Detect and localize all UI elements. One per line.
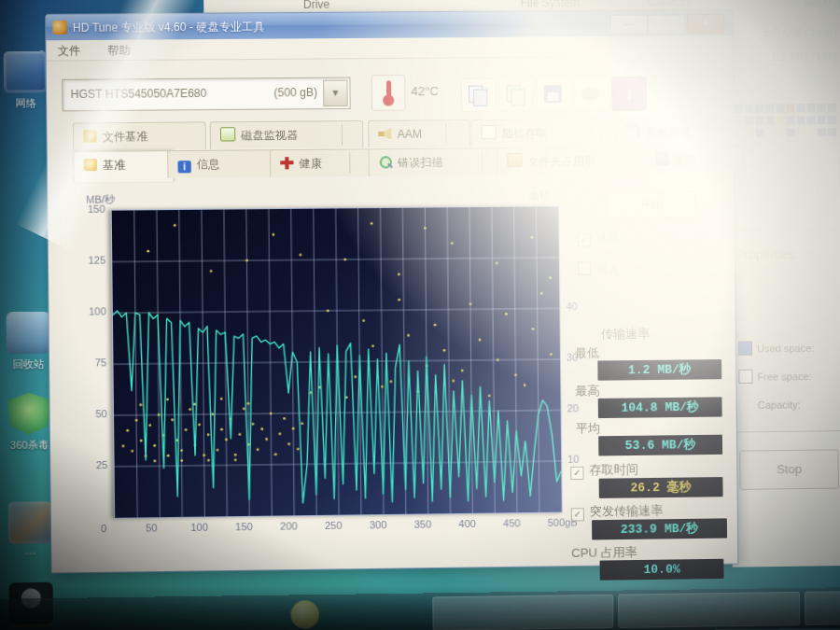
menu-file[interactable]: 文件	[46, 40, 91, 63]
recycle-bin-icon	[7, 312, 50, 354]
drive-capacity: (500 gB)	[273, 86, 317, 100]
tab-label: 磁盘监视器	[241, 129, 298, 143]
tab-separator	[592, 122, 593, 143]
tab-separator	[349, 153, 350, 174]
disk-block	[777, 128, 785, 136]
health-icon	[280, 157, 293, 169]
left-axis-tick: 75	[80, 357, 107, 369]
tab-separator	[342, 124, 343, 145]
left-axis-tick: 125	[79, 254, 106, 265]
tab-row-primary: 基准i信息健康错误扫描文件夹占用率删除	[48, 146, 734, 184]
tab-folder[interactable]: 文件夹占用率	[497, 147, 644, 175]
disk-block	[746, 129, 754, 137]
page-icon	[482, 125, 497, 139]
trash-icon	[655, 154, 668, 166]
min-value: 1.2 MB/秒	[597, 359, 721, 381]
tab-label: 信息	[197, 158, 220, 171]
left-axis-tick: 50	[80, 408, 107, 420]
disk-block	[818, 128, 826, 136]
x-axis-tick: 350	[414, 518, 453, 530]
tab-label: 文件基准	[103, 130, 148, 144]
save-button[interactable]	[537, 77, 572, 112]
tab-health[interactable]: 健康	[270, 148, 376, 176]
partition-row: 1.1 GB (1%)	[770, 49, 837, 63]
used-space-legend: Used space:	[738, 341, 815, 356]
free-space-swatch	[738, 370, 752, 384]
drive-select-dropdown[interactable]: HGST HTS545050A7E680 (500 gB) ▼	[62, 77, 351, 112]
download-icon: ↓	[612, 77, 646, 110]
tab-speaker[interactable]: AAM	[368, 119, 470, 147]
menu-help[interactable]: 帮助	[96, 40, 142, 63]
taskbar-button[interactable]	[432, 595, 613, 630]
download-button[interactable]: ↓	[611, 77, 647, 111]
copy-text-button[interactable]	[498, 77, 534, 112]
taskbar-button[interactable]	[805, 591, 840, 625]
tab-scan[interactable]: 错误扫描	[368, 147, 498, 176]
360-antivirus-icon	[7, 392, 50, 434]
disk-block	[786, 104, 794, 112]
disk-block	[745, 117, 753, 125]
disk-block	[756, 129, 764, 137]
screenshot-button[interactable]	[574, 77, 609, 111]
stop-button[interactable]: Stop	[739, 449, 839, 490]
tab-bulb[interactable]: 基准	[73, 150, 174, 182]
left-axis-tick: 25	[81, 459, 108, 471]
disk-block	[828, 116, 836, 124]
tab-extra[interactable]: 额外测试	[615, 118, 745, 146]
disk-block	[777, 116, 785, 124]
x-axis-tick: 200	[280, 520, 318, 532]
exit-button[interactable]	[680, 77, 716, 111]
column-used: Used	[805, 0, 831, 7]
benchmark-chart	[111, 205, 563, 519]
tab-label: 错误扫描	[398, 156, 443, 170]
tab-bulb[interactable]: 文件基准	[73, 121, 206, 150]
tab-page[interactable]: 随机存取	[470, 119, 601, 147]
read-option[interactable]: ✓读取	[578, 230, 620, 247]
taskbar-button[interactable]	[618, 592, 800, 628]
x-axis-tick: 100	[190, 521, 229, 533]
disk-block	[776, 104, 784, 112]
disk-block-map	[734, 100, 840, 137]
tab-label: 随机存取	[502, 126, 548, 140]
start-orb-icon[interactable]	[290, 600, 319, 629]
used-space-swatch	[738, 342, 752, 356]
min-label: 最低	[575, 344, 599, 361]
tab-separator	[629, 150, 630, 171]
copy-button[interactable]	[461, 77, 497, 112]
maximize-button[interactable]: □	[648, 14, 685, 34]
tab-chart[interactable]: 磁盘监视器	[210, 120, 364, 149]
x-axis-tick: 0	[101, 523, 139, 535]
access-time-checkbox-icon[interactable]: ✓	[570, 467, 583, 480]
avg-label: 平均	[576, 420, 600, 437]
minimize-button[interactable]: —	[610, 15, 648, 35]
max-value: 104.8 MB/秒	[598, 397, 722, 418]
disk-block	[755, 117, 763, 125]
x-axis-tick: 150	[235, 521, 273, 533]
write-checkbox-icon[interactable]	[578, 262, 591, 275]
write-option[interactable]: 写入	[578, 261, 619, 278]
transfer-rate-group-label: 传输速率	[601, 326, 651, 343]
start-button[interactable]: 开始	[608, 191, 696, 218]
photographed-screen: Drive File System Capacity Used 5.0 GB (…	[0, 0, 840, 630]
access-time-option[interactable]: ✓存取时间	[570, 461, 638, 480]
chevron-down-icon[interactable]: ▼	[323, 80, 348, 107]
disk-block	[766, 129, 775, 137]
disk-block	[807, 104, 816, 112]
right-axis-label: 毫秒	[529, 189, 550, 203]
access-time-value: 26.2 毫秒	[599, 477, 723, 498]
tab-label: 健康	[300, 157, 322, 170]
bulb-icon	[83, 130, 96, 142]
drive-temperature: 42°C	[411, 84, 439, 98]
burst-value: 233.9 MB/秒	[592, 518, 727, 539]
tab-trash[interactable]: 删除	[645, 146, 743, 174]
tab-info[interactable]: i信息	[167, 149, 277, 177]
burst-checkbox-icon[interactable]: ✓	[571, 508, 584, 521]
left-axis-tick: 100	[79, 305, 106, 316]
window-title: HD Tune 专业版 v4.60 - 硬盘专业工具	[73, 19, 265, 36]
read-checkbox-icon[interactable]: ✓	[578, 233, 591, 246]
column-file-system: File System	[521, 0, 580, 9]
close-button[interactable]: ✕	[687, 14, 724, 34]
x-axis-tick: 300	[370, 519, 408, 531]
background-window: 5.0 GB (16%) 1.1 GB (1%) Properties Used…	[726, 9, 840, 567]
tab-separator	[445, 123, 446, 144]
